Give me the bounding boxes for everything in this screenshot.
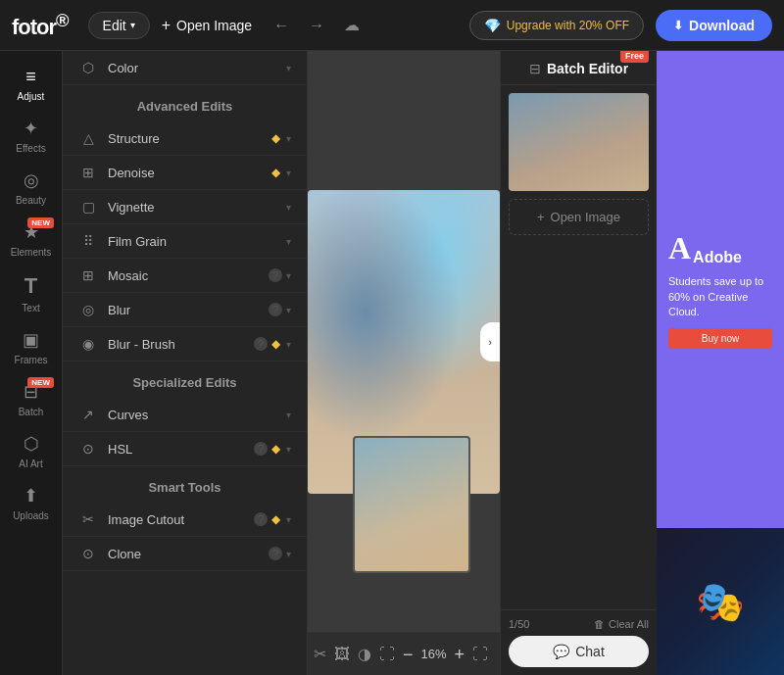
canvas-area: ‹ › ✂ 🖼 ◑ ⛶ − 16% + ⛶ [308,51,500,675]
batch-panel: Free ⊟ Batch Editor + Open Image 1/50 🗑 [500,51,657,675]
denoise-arrow: ▾ [286,168,291,178]
clone-arrow: ▾ [286,549,291,559]
image-cutout-item[interactable]: ✂ Image Cutout ? ◆ ▾ [63,503,307,537]
batch-header-inner: ⊟ Batch Editor [529,61,628,76]
sidebar-item-batch[interactable]: NEW ⊟ Batch [0,373,62,425]
undo-button[interactable]: ← [268,12,295,39]
blur-brush-item[interactable]: ◉ Blur - Brush ? ◆ ▾ [63,327,307,362]
compare-icon[interactable]: ◑ [358,645,371,663]
free-badge: Free [620,51,649,63]
ad-top: A Adobe Students save up to 60% on Creat… [657,51,784,528]
plus-icon: + [537,210,545,224]
batch-count: 1/50 🗑 Clear All [509,618,649,630]
sidebar-item-label: Elements [11,247,52,258]
sidebar-item-label: Text [22,303,39,313]
edit-button[interactable]: Edit [88,12,150,39]
clone-icon: ⊙ [78,546,98,561]
hsl-premium: ◆ [271,442,280,456]
mosaic-item[interactable]: ⊞ Mosaic ? ▾ [63,259,307,293]
text-icon: T [24,273,37,299]
zoom-in-button[interactable]: + [454,646,465,663]
image-icon[interactable]: 🖼 [334,646,350,663]
sidebar-item-label: AI Art [19,458,42,469]
clear-all-label: Clear All [609,618,649,630]
vignette-item[interactable]: ▢ Vignette ▾ [63,190,307,224]
denoise-label: Denoise [108,166,271,180]
denoise-item[interactable]: ⊞ Denoise ◆ ▾ [63,156,307,190]
sidebar-item-adjust[interactable]: ≡ Adjust [0,59,62,110]
color-item[interactable]: ⬡ Color ▾ [63,51,307,85]
batch-footer: 1/50 🗑 Clear All Chat [501,609,657,675]
blur-icon: ◎ [78,302,98,317]
main-layout: ≡ Adjust ✦ Effects ◎ Beauty NEW ★ Elemen… [0,51,784,675]
sidebar-item-effects[interactable]: ✦ Effects [0,110,62,162]
open-image-button[interactable]: Open Image [162,17,252,34]
left-panel: ⬡ Color ▾ Advanced Edits △ Structure ◆ ▾… [63,51,308,675]
vignette-arrow: ▾ [286,202,291,213]
ad-bottom-image: 🎭 [696,579,745,625]
sidebar-item-label: Frames [15,355,48,365]
add-image-button[interactable]: + Open Image [509,199,649,235]
film-grain-icon: ⠿ [78,233,98,249]
download-button[interactable]: Download [656,10,772,41]
expand-canvas-button[interactable]: ⛶ [472,646,488,663]
batch-editor-title: Batch Editor [547,61,628,76]
chat-button[interactable]: Chat [509,636,649,667]
blur-brush-icon: ◉ [78,336,98,352]
mosaic-icon: ⊞ [78,267,98,283]
new-badge: NEW [27,217,54,228]
hsl-help: ? [254,442,268,456]
batch-header: Free ⊟ Batch Editor [501,51,657,85]
sidebar-item-beauty[interactable]: ◎ Beauty [0,162,62,214]
blur-brush-arrow: ▾ [286,339,291,350]
trash-icon: 🗑 [594,618,605,630]
batch-editor-icon: ⊟ [529,61,541,76]
ad-headline: Students save up to 60% on Creative Clou… [668,274,772,319]
zoom-out-button[interactable]: − [403,646,414,663]
redo-button[interactable]: → [303,12,330,39]
crop-icon[interactable]: ✂ [314,645,326,663]
upgrade-button[interactable]: Upgrade with 20% OFF [469,11,644,40]
sidebar-item-uploads[interactable]: ⬆ Uploads [0,477,62,529]
film-grain-item[interactable]: ⠿ Film Grain ▾ [63,224,307,259]
denoise-premium: ◆ [271,166,280,179]
sidebar-item-ai-art[interactable]: ⬡ AI Art [0,425,62,477]
mini-image-thumbnail[interactable] [353,436,470,573]
blur-brush-help: ? [254,337,268,351]
sidebar-item-text[interactable]: T Text [0,265,62,321]
blur-item[interactable]: ◎ Blur ? ▾ [63,293,307,327]
batch-images-list: + Open Image [501,85,657,609]
logo: fotor® [12,10,69,40]
ai-art-icon: ⬡ [24,433,39,455]
ad-cta-button[interactable]: Buy now [668,328,772,349]
sidebar-item-label: Adjust [18,91,45,102]
adobe-brand: Adobe [693,249,742,266]
film-grain-arrow: ▾ [286,236,291,247]
smart-tools-title: Smart Tools [63,466,307,503]
image-cutout-label: Image Cutout [108,512,254,527]
denoise-icon: ⊞ [78,165,98,180]
structure-item[interactable]: △ Structure ◆ ▾ [63,121,307,156]
uploads-icon: ⬆ [24,485,38,506]
curves-label: Curves [108,408,286,422]
clone-help: ? [269,547,282,560]
sidebar-item-elements[interactable]: NEW ★ Elements [0,214,62,265]
curves-item[interactable]: ↗ Curves ▾ [63,398,307,432]
fullscreen-icon[interactable]: ⛶ [379,646,395,663]
canvas-content: ‹ › [308,51,500,632]
adjust-icon: ≡ [25,67,36,87]
blur-brush-label: Blur - Brush [108,337,254,352]
clear-all-button[interactable]: 🗑 Clear All [594,618,649,630]
hsl-item[interactable]: ⊙ HSL ? ◆ ▾ [63,432,307,466]
color-icon: ⬡ [78,60,98,75]
ad-panel: A Adobe Students save up to 60% on Creat… [657,51,784,675]
batch-image-thumb[interactable] [509,93,649,191]
mosaic-arrow: ▾ [286,270,291,281]
canvas-toolbar: ✂ 🖼 ◑ ⛶ − 16% + ⛶ [308,632,500,675]
color-arrow: ▾ [286,63,291,73]
sidebar-item-label: Uploads [13,510,49,521]
clone-item[interactable]: ⊙ Clone ? ▾ [63,537,307,571]
sidebar-item-frames[interactable]: ▣ Frames [0,321,62,373]
expand-right-button[interactable]: › [480,322,500,362]
cloud-button[interactable]: ☁ [338,12,366,39]
